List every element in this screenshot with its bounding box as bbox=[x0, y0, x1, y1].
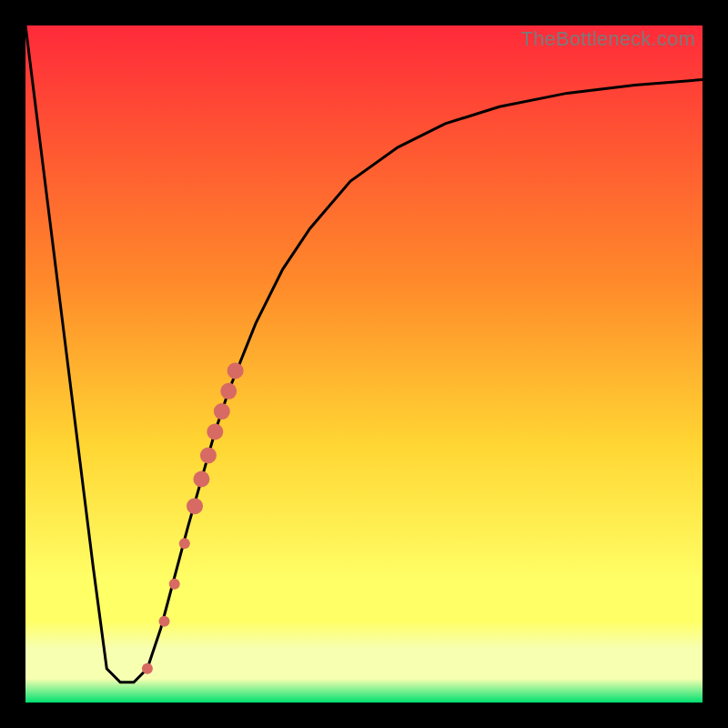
data-marker bbox=[228, 362, 244, 379]
data-marker bbox=[169, 579, 180, 590]
data-marker bbox=[214, 403, 230, 420]
gradient-bg bbox=[25, 25, 703, 703]
chart-svg bbox=[25, 25, 703, 703]
data-marker bbox=[159, 616, 170, 627]
data-marker bbox=[200, 447, 217, 463]
data-marker bbox=[220, 383, 237, 399]
data-marker bbox=[187, 498, 203, 514]
data-marker bbox=[179, 538, 190, 549]
chart-frame: TheBottleneck.com bbox=[0, 0, 728, 728]
data-marker bbox=[207, 423, 223, 440]
watermark-text: TheBottleneck.com bbox=[521, 27, 695, 51]
data-marker bbox=[142, 663, 153, 674]
data-marker bbox=[193, 471, 209, 488]
plot-area: TheBottleneck.com bbox=[25, 25, 703, 703]
